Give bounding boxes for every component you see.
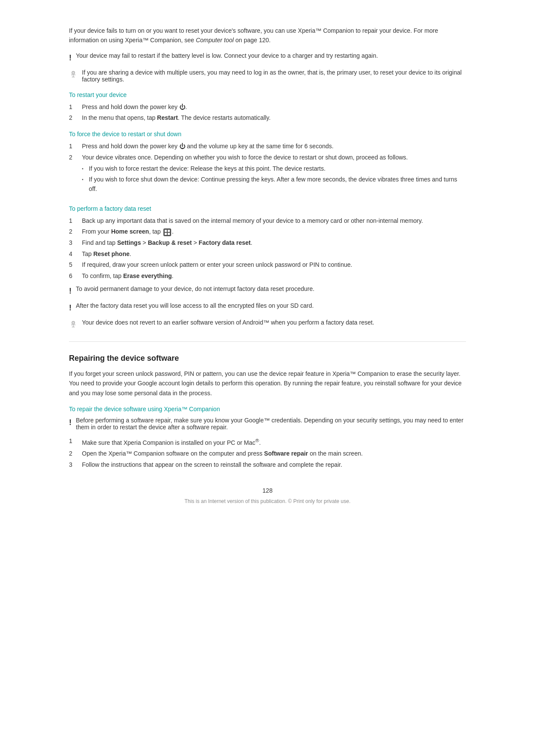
page-number: 128 [69, 487, 466, 494]
restart-step-2: 2 In the menu that opens, tap Restart. T… [69, 113, 466, 123]
force-sub-2: • If you wish to force shut down the dev… [82, 175, 466, 194]
tip-icon-2 [69, 320, 78, 331]
factory-step-6: 6 To confirm, tap Erase everything. [69, 272, 466, 281]
intro-italic: Computer tool [196, 37, 234, 44]
section-title-repair: Repairing the device software [69, 354, 466, 363]
svg-rect-5 [165, 230, 167, 232]
force-sub-bullets: • If you wish to force restart the devic… [82, 164, 466, 196]
section-heading-repair-steps: To repair the device software using Xper… [69, 406, 466, 412]
warning-text-repair: Before performing a software repair, mak… [76, 417, 466, 431]
repair-step-2: 2 Open the Xperia™ Companion software on… [69, 449, 466, 459]
warning-text-1: Your device may fail to restart if the b… [76, 52, 378, 59]
grid-icon [163, 228, 171, 236]
tip-text-2: Your device does not revert to an earlie… [82, 319, 374, 326]
warning-text-3: After the factory data reset you will lo… [76, 302, 314, 309]
section-divider [69, 341, 466, 342]
warning-icon-1: ! [69, 52, 72, 64]
factory-step-3: 3 Find and tap Settings > Backup & reset… [69, 238, 466, 248]
force-step-1: 1 Press and hold down the power key ⏻ an… [69, 142, 466, 151]
page-content: If your device fails to turn on or you w… [0, 0, 535, 756]
intro-text2: on page 120. [234, 37, 271, 44]
force-steps-list: 1 Press and hold down the power key ⏻ an… [69, 142, 466, 197]
force-sub-1: • If you wish to force restart the devic… [82, 164, 466, 174]
repair-step-3: 3 Follow the instructions that appear on… [69, 460, 466, 470]
warning-icon-repair: ! [69, 417, 72, 428]
repair-step-1: 1 Make sure that Xperia Companion is ins… [69, 437, 466, 447]
repair-body: If you forget your screen unlock passwor… [69, 369, 466, 398]
restart-step-1: 1 Press and hold down the power key ⏻. [69, 103, 466, 112]
svg-point-9 [72, 321, 75, 324]
tip-text-1: If you are sharing a device with multipl… [82, 69, 466, 83]
svg-rect-8 [168, 233, 170, 235]
factory-step-1: 1 Back up any important data that is sav… [69, 216, 466, 226]
warning-block-1: ! Your device may fail to restart if the… [69, 52, 466, 64]
warning-block-3: ! After the factory data reset you will … [69, 302, 466, 314]
warning-icon-3: ! [69, 302, 72, 314]
intro-paragraph: If your device fails to turn on or you w… [69, 26, 466, 45]
force-step-2: 2 Your device vibrates once. Depending o… [69, 153, 466, 197]
svg-rect-7 [165, 233, 167, 235]
factory-steps-list: 1 Back up any important data that is sav… [69, 216, 466, 281]
tip-block-2: Your device does not revert to an earlie… [69, 319, 466, 331]
section-heading-force: To force the device to restart or shut d… [69, 131, 466, 137]
repair-steps-list: 1 Make sure that Xperia Companion is ins… [69, 437, 466, 470]
warning-block-repair: ! Before performing a software repair, m… [69, 417, 466, 431]
tip-block-1: If you are sharing a device with multipl… [69, 69, 466, 83]
tip-icon-1 [69, 70, 78, 81]
factory-step-2: 2 From your Home screen, tap . [69, 227, 466, 237]
footer-text: This is an Internet version of this publ… [69, 498, 466, 504]
svg-point-0 [72, 71, 75, 74]
warning-icon-2: ! [69, 285, 72, 297]
restart-steps-list: 1 Press and hold down the power key ⏻. 2… [69, 103, 466, 123]
section-heading-restart: To restart your device [69, 91, 466, 98]
warning-block-2: ! To avoid permanent damage to your devi… [69, 285, 466, 297]
svg-rect-6 [168, 230, 170, 232]
section-heading-factory: To perform a factory data reset [69, 205, 466, 212]
warning-text-2: To avoid permanent damage to your device… [76, 285, 314, 292]
factory-step-4: 4 Tap Reset phone. [69, 250, 466, 259]
factory-step-5: 5 If required, draw your screen unlock p… [69, 260, 466, 270]
